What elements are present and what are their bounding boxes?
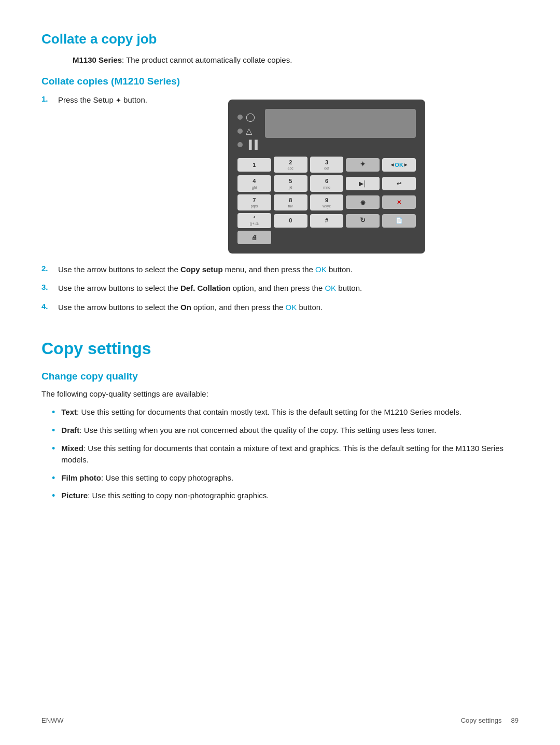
quality-film-item: Film photo: Use this setting to copy pho…: [61, 472, 233, 484]
quality-film-bold: Film photo: [61, 473, 101, 482]
ok-label: OK: [395, 162, 403, 168]
key-hash[interactable]: #: [310, 214, 344, 228]
footer-right-label: Copy settings: [461, 716, 502, 724]
doc-icon: ▐▐: [246, 140, 258, 149]
key-3[interactable]: 3def: [310, 157, 344, 173]
bullet-2: •: [52, 425, 55, 437]
key-8[interactable]: 8tuv: [274, 194, 307, 210]
bullet-4: •: [52, 473, 55, 484]
m1130-series-bold: M1130 Series: [73, 55, 122, 64]
quality-draft-desc: : Use this setting when you are not conc…: [79, 426, 436, 434]
collate-job-title: Collate a copy job: [41, 31, 519, 47]
step-4-num: 4.: [41, 302, 56, 311]
footer-page-num: 89: [511, 716, 519, 724]
key-back[interactable]: ↩: [382, 177, 416, 190]
quality-picture-desc: : Use this setting to copy non-photograp…: [88, 491, 269, 500]
quality-item-film: • Film photo: Use this setting to copy p…: [52, 472, 519, 484]
light-doc: ▐▐: [237, 140, 258, 149]
power-dot: [237, 115, 243, 120]
quality-mixed-bold: Mixed: [61, 444, 83, 453]
key-setup[interactable]: ✦: [346, 158, 380, 172]
steps-below: 2. Use the arrow buttons to select the C…: [41, 264, 519, 314]
quality-item-picture: • Picture: Use this setting to copy non-…: [52, 490, 519, 502]
key-7[interactable]: 7pqrs: [237, 194, 271, 210]
key-6[interactable]: 6mno: [310, 175, 344, 191]
printer-panel: ◯ △ ▐▐ 1 2abc 3def ✦ ◄ OK: [228, 100, 425, 254]
key-rotate[interactable]: ↻: [346, 214, 380, 228]
step2-bold: Copy setup: [180, 265, 223, 274]
display-screen: [265, 109, 416, 138]
quality-text-desc: : Use this setting for documents that co…: [77, 407, 461, 416]
page-footer: ENWW Copy settings 89: [41, 716, 519, 724]
key-zero-round[interactable]: ◉: [346, 195, 380, 209]
bullet-1: •: [52, 407, 55, 418]
footer-left: ENWW: [41, 716, 64, 724]
m1130-note-text: : The product cannot automatically colla…: [122, 55, 292, 64]
bullet-5: •: [52, 490, 55, 502]
doc-dot: [237, 142, 243, 147]
light-power: ◯: [237, 112, 258, 122]
left-arrow-icon: ◄: [389, 162, 395, 167]
step-4-text: Use the arrow buttons to select the On o…: [58, 302, 519, 314]
step4-prefix: Use the arrow buttons to select the: [58, 303, 180, 312]
key-1[interactable]: 1: [237, 158, 271, 172]
key-2[interactable]: 2abc: [274, 157, 307, 173]
ok-nav-group[interactable]: ◄ OK ►: [382, 158, 416, 172]
quality-item-text: • Text: Use this setting for documents t…: [52, 406, 519, 418]
step3-end: button.: [336, 284, 362, 292]
step3-prefix: Use the arrow buttons to select the: [58, 284, 180, 292]
key-0[interactable]: 0: [274, 214, 307, 228]
collate-copies-title: Collate copies (M1210 Series): [41, 76, 519, 87]
key-5[interactable]: 5jkl: [274, 175, 307, 191]
key-scan[interactable]: ▶│: [346, 177, 380, 190]
key-4[interactable]: 4ghi: [237, 175, 271, 191]
step-3-num: 3.: [41, 283, 56, 291]
quality-mixed-desc: : Use this setting for documents that co…: [61, 444, 503, 465]
panel-top: ◯ △ ▐▐: [237, 109, 416, 149]
step3-ok: OK: [325, 284, 336, 292]
step1-prefix: Press the Setup: [58, 95, 114, 104]
step1-suffix: button.: [123, 95, 147, 104]
key-9[interactable]: 9wxyz: [310, 194, 344, 210]
collate-area: 1. Press the Setup ✦ button. ◯ △: [41, 94, 519, 254]
step2-ok: OK: [315, 265, 327, 274]
indicator-lights: ◯ △ ▐▐: [237, 112, 258, 149]
step-1: 1. Press the Setup ✦ button.: [41, 94, 218, 106]
step-1-text: Press the Setup ✦ button.: [58, 94, 218, 106]
power-icon: ◯: [246, 112, 255, 122]
step-list-2: 2. Use the arrow buttons to select the C…: [41, 264, 519, 314]
key-print[interactable]: 🖨: [237, 231, 271, 244]
quality-item-mixed: • Mixed: Use this setting for documents …: [52, 443, 519, 466]
step-1-num: 1.: [41, 94, 56, 103]
step2-prefix: Use the arrow buttons to select the: [58, 265, 180, 274]
step-2-num: 2.: [41, 264, 56, 273]
quality-film-desc: : Use this setting to copy photographs.: [101, 473, 233, 482]
key-star[interactable]: *()+./&: [237, 213, 271, 228]
right-arrow-icon: ►: [403, 162, 409, 167]
step-2-text: Use the arrow buttons to select the Copy…: [58, 264, 519, 276]
quality-intro: The following copy-quality settings are …: [41, 389, 519, 398]
setup-icon: ✦: [116, 96, 121, 104]
step2-end: button.: [327, 265, 353, 274]
footer-right: Copy settings 89: [461, 716, 519, 724]
copy-settings-section: Copy settings Change copy quality The fo…: [41, 339, 519, 501]
step-2: 2. Use the arrow buttons to select the C…: [41, 264, 519, 276]
step4-suffix: option, and then press the: [191, 303, 286, 312]
quality-text-item: Text: Use this setting for documents tha…: [61, 406, 461, 418]
step-3-text: Use the arrow buttons to select the Def.…: [58, 283, 519, 294]
m1130-note: M1130 Series: The product cannot automat…: [73, 55, 519, 64]
key-cancel[interactable]: ✕: [382, 195, 416, 209]
quality-draft-bold: Draft: [61, 426, 79, 434]
step3-bold: Def. Collation: [180, 284, 231, 292]
copy-settings-title: Copy settings: [41, 339, 519, 358]
collate-steps-column: 1. Press the Setup ✦ button.: [41, 94, 218, 114]
keypad-area: 1 2abc 3def ✦ ◄ OK ► 4ghi 5jkl 6mno ▶│ ↩…: [237, 157, 416, 244]
key-copy[interactable]: 📄: [382, 214, 416, 228]
quality-draft-item: Draft: Use this setting when you are not…: [61, 425, 436, 437]
step4-ok: OK: [286, 303, 297, 312]
step-3: 3. Use the arrow buttons to select the D…: [41, 283, 519, 294]
quality-picture-item: Picture: Use this setting to copy non-ph…: [61, 490, 269, 502]
quality-picture-bold: Picture: [61, 491, 88, 500]
change-copy-quality-title: Change copy quality: [41, 371, 519, 382]
quality-text-bold: Text: [61, 407, 77, 416]
